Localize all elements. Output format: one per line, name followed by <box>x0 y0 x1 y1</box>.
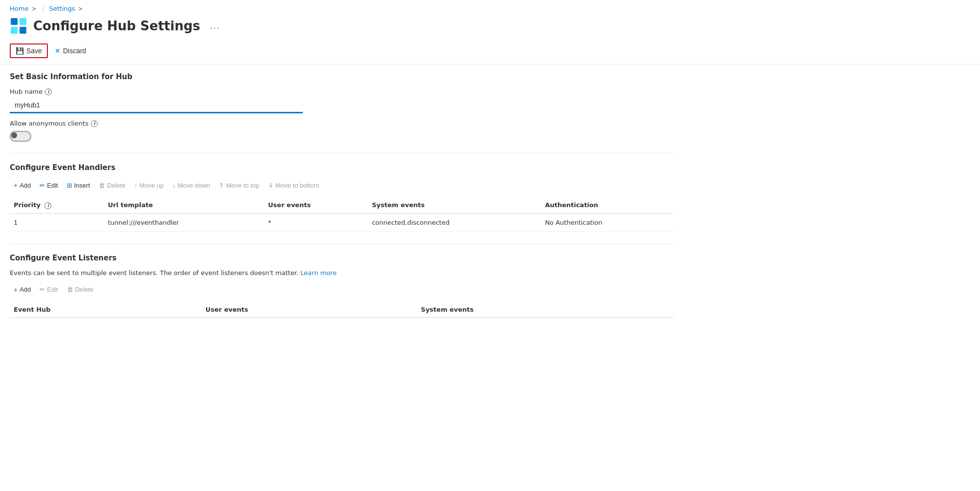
event-listeners-table: Event Hub User events System events <box>10 302 674 318</box>
event-handlers-table-body: 1 tunnel:///eventhandler * connected,dis… <box>10 213 674 232</box>
svg-rect-2 <box>11 27 18 34</box>
delete-icon: 🗑 <box>99 182 105 189</box>
event-listeners-section-title: Configure Event Listeners <box>10 254 674 262</box>
edit-label: Edit <box>47 182 58 189</box>
save-icon: 💾 <box>16 47 24 55</box>
move-up-label: Move up <box>139 182 164 189</box>
app-icon <box>10 17 27 35</box>
breadcrumb: Home > | Settings > <box>0 0 980 14</box>
discard-label: Discard <box>63 47 86 55</box>
main-content: Set Basic Information for Hub Hub name i… <box>0 72 684 318</box>
learn-more-link[interactable]: Learn more <box>300 269 336 277</box>
event-listeners-add-button[interactable]: + Add <box>10 283 35 296</box>
cell-user-events: * <box>264 213 368 232</box>
move-to-bottom-label: Move to bottom <box>275 182 319 189</box>
listeners-header-row: Event Hub User events System events <box>10 302 674 318</box>
anonymous-toggle[interactable] <box>10 131 31 142</box>
cell-authentication: No Authentication <box>541 213 674 232</box>
hub-name-info-icon[interactable]: i <box>45 88 52 95</box>
listeners-delete-icon: 🗑 <box>67 286 73 293</box>
move-to-bottom-icon: ⇓ <box>268 182 273 189</box>
hub-name-label: Hub name i <box>10 88 674 95</box>
event-handlers-move-down-button[interactable]: ↓ Move down <box>168 179 214 192</box>
save-label: Save <box>26 47 42 55</box>
event-handlers-move-to-bottom-button[interactable]: ⇓ Move to bottom <box>264 179 323 192</box>
page-title: Configure Hub Settings <box>33 19 200 33</box>
event-handlers-move-up-button[interactable]: ↑ Move up <box>130 179 167 192</box>
event-listeners-edit-button[interactable]: ✏ Edit <box>36 283 62 296</box>
event-handlers-delete-button[interactable]: 🗑 Delete <box>95 179 129 192</box>
move-down-icon: ↓ <box>172 182 176 189</box>
move-down-label: Move down <box>178 182 210 189</box>
more-options-button[interactable]: ... <box>206 19 224 33</box>
hub-name-input[interactable] <box>10 98 303 113</box>
table-row[interactable]: 1 tunnel:///eventhandler * connected,dis… <box>10 213 674 232</box>
anonymous-clients-label: Allow anonymous clients i <box>10 120 674 127</box>
breadcrumb-pipe: | <box>42 5 44 12</box>
breadcrumb-sep1: > <box>31 5 36 12</box>
page-header: Configure Hub Settings ... <box>0 14 980 40</box>
cell-priority: 1 <box>10 213 104 232</box>
breadcrumb-home[interactable]: Home <box>10 5 28 12</box>
event-listeners-description: Events can be sent to multiple event lis… <box>10 269 674 277</box>
main-toolbar: 💾 Save ✕ Discard <box>0 40 980 64</box>
discard-icon: ✕ <box>55 47 61 55</box>
move-to-top-label: Move to top <box>226 182 259 189</box>
basic-info-section-title: Set Basic Information for Hub <box>10 72 674 81</box>
col-url-template: Url template <box>104 197 264 213</box>
col-event-hub: Event Hub <box>10 302 202 318</box>
listeners-edit-icon: ✏ <box>40 286 45 293</box>
delete-label: Delete <box>107 182 125 189</box>
svg-rect-1 <box>20 18 26 25</box>
add-icon: + <box>14 181 18 189</box>
breadcrumb-settings[interactable]: Settings <box>49 5 75 12</box>
divider-1 <box>10 153 674 153</box>
event-listeners-toolbar: + Add ✏ Edit 🗑 Delete <box>10 283 674 296</box>
divider-2 <box>10 243 674 244</box>
event-handlers-move-to-top-button[interactable]: ⇑ Move to top <box>215 179 263 192</box>
event-handlers-section-title: Configure Event Handlers <box>10 163 674 172</box>
col-system-events: System events <box>368 197 541 213</box>
listeners-delete-label: Delete <box>75 286 94 293</box>
move-up-icon: ↑ <box>134 182 138 189</box>
anonymous-toggle-wrapper <box>10 131 674 143</box>
anonymous-info-icon[interactable]: i <box>91 120 98 127</box>
cell-system-events: connected,disconnected <box>368 213 541 232</box>
edit-icon: ✏ <box>40 182 45 189</box>
breadcrumb-sep2: > <box>78 5 83 12</box>
cell-url-template: tunnel:///eventhandler <box>104 213 264 232</box>
svg-rect-3 <box>20 27 26 34</box>
table-header-row: Priority i Url template User events Syst… <box>10 197 674 213</box>
event-handlers-table-header: Priority i Url template User events Syst… <box>10 197 674 213</box>
svg-rect-0 <box>11 18 18 25</box>
event-handlers-insert-button[interactable]: ⊞ Insert <box>63 179 94 192</box>
move-to-top-icon: ⇑ <box>219 182 224 189</box>
toggle-thumb <box>11 132 17 138</box>
col-authentication: Authentication <box>541 197 674 213</box>
add-label: Add <box>20 182 31 189</box>
col-listeners-user-events: User events <box>202 302 417 318</box>
insert-label: Insert <box>74 182 90 189</box>
event-handlers-table: Priority i Url template User events Syst… <box>10 197 674 232</box>
insert-icon: ⊞ <box>67 182 72 189</box>
event-listeners-table-header: Event Hub User events System events <box>10 302 674 318</box>
priority-info-icon[interactable]: i <box>44 202 51 209</box>
listeners-add-label: Add <box>20 286 31 293</box>
listeners-edit-label: Edit <box>47 286 58 293</box>
col-listeners-system-events: System events <box>417 302 674 318</box>
event-handlers-edit-button[interactable]: ✏ Edit <box>36 179 62 192</box>
listeners-add-icon: + <box>14 286 18 294</box>
event-handlers-add-button[interactable]: + Add <box>10 179 35 192</box>
col-user-events: User events <box>264 197 368 213</box>
event-listeners-delete-button[interactable]: 🗑 Delete <box>63 283 98 296</box>
col-priority: Priority i <box>10 197 104 213</box>
discard-button[interactable]: ✕ Discard <box>50 44 91 57</box>
event-handlers-toolbar: + Add ✏ Edit ⊞ Insert 🗑 Delete ↑ Move up… <box>10 179 674 192</box>
save-button[interactable]: 💾 Save <box>10 43 48 58</box>
